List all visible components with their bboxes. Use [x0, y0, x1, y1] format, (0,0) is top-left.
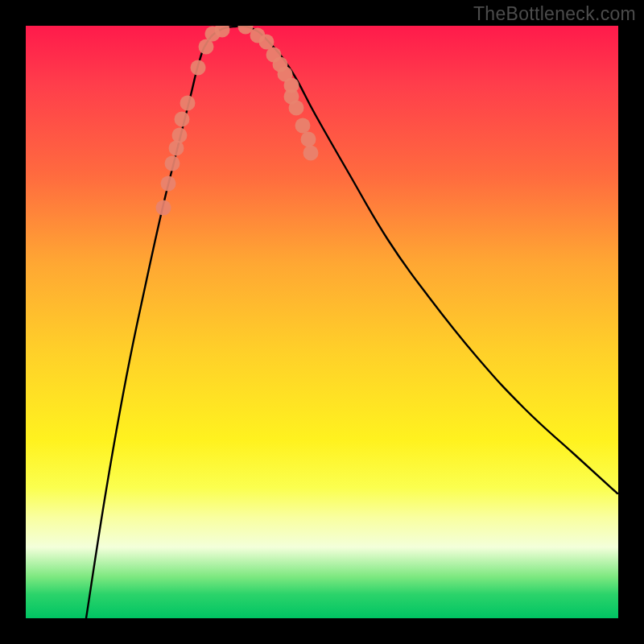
scatter-point — [289, 101, 304, 116]
bottleneck-curve — [86, 26, 617, 618]
scatter-point — [161, 176, 176, 192]
scatter-point — [303, 146, 319, 161]
chart-frame: TheBottleneck.com — [0, 0, 644, 644]
scatter-point — [175, 112, 190, 127]
scatter-right-cluster — [238, 26, 319, 161]
plot-area — [26, 26, 618, 618]
scatter-point — [259, 35, 275, 50]
chart-svg — [26, 26, 618, 618]
scatter-point — [180, 96, 196, 111]
scatter-left-cluster — [156, 26, 230, 216]
scatter-point — [169, 141, 184, 156]
scatter-point — [165, 156, 180, 171]
scatter-point — [191, 60, 206, 76]
scatter-point — [301, 132, 316, 147]
scatter-point — [156, 200, 171, 216]
scatter-point — [295, 118, 311, 134]
watermark-text: TheBottleneck.com — [473, 3, 636, 25]
scatter-point — [172, 128, 188, 143]
